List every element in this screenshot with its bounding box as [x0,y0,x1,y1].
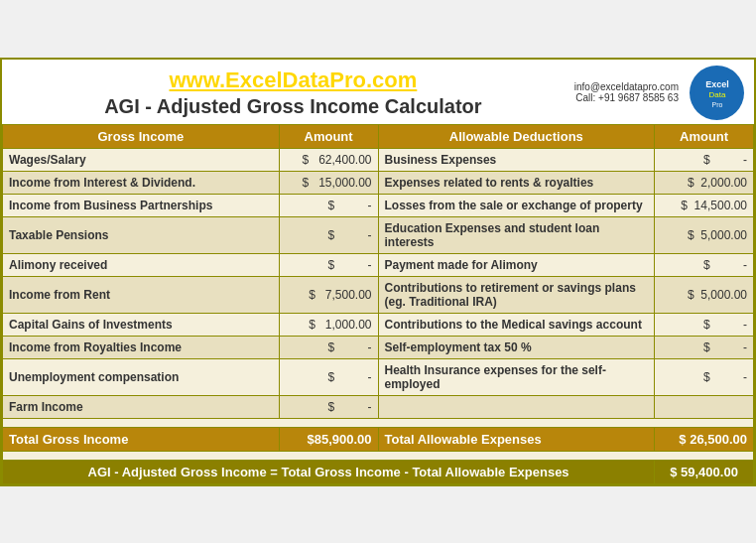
svg-text:Data: Data [708,90,725,99]
deduction-label [378,395,655,418]
col-header-deductions: Allowable Deductions [378,124,655,148]
table-row: Income from Interest & Dividend.$ 15,000… [3,171,754,194]
agi-label: AGI - Adjusted Gross Income = Total Gros… [3,460,655,483]
deduction-label: Expenses related to rents & royalties [378,171,655,194]
total-deductions-label: Total Allowable Expenses [378,427,655,451]
agi-amount: $ 59,400.00 [655,460,754,483]
deduction-label: Losses from the sale or exchange of prop… [378,194,655,216]
income-label: Income from Royalties Income [3,336,280,358]
spacer-row [3,418,754,427]
income-amount: $ - [279,358,378,395]
income-amount: $ - [279,253,378,276]
calculator-wrapper: www.ExcelDataPro.com AGI - Adjusted Gros… [0,58,756,486]
header-subtitle: AGI - Adjusted Gross Income Calculator [12,95,574,118]
table-row: Income from Rent$ 7,500.00Contributions … [3,276,754,313]
total-gross-label: Total Gross Income [3,427,280,451]
table-row: Farm Income$ - [3,395,754,418]
deduction-amount: $ 2,000.00 [655,171,754,194]
deduction-label: Health Insurance expenses for the self-e… [378,358,655,395]
logo-icon: Excel Data Pro [690,66,744,120]
deduction-amount: $ - [655,148,754,171]
svg-text:Excel: Excel [705,79,729,89]
deduction-amount: $ 5,000.00 [655,216,754,253]
total-gross-amount: $85,900.00 [279,427,378,451]
table-row: Unemployment compensation$ -Health Insur… [3,358,754,395]
col-header-gross: Gross Income [3,124,280,148]
table-row: Alimony received$ -Payment made for Alim… [3,253,754,276]
total-deductions-amount: $ 26,500.00 [655,427,754,451]
header-title-area: www.ExcelDataPro.com AGI - Adjusted Gros… [12,68,574,118]
col-header-amount: Amount [279,124,378,148]
deduction-label: Education Expenses and student loan inte… [378,216,655,253]
table-row: Capital Gains of Investments$ 1,000.00Co… [3,313,754,336]
deduction-label: Payment made for Alimony [378,253,655,276]
income-label: Unemployment compensation [3,358,280,395]
income-label: Farm Income [3,395,280,418]
deduction-amount: $ 5,000.00 [655,276,754,313]
deduction-amount: $ - [655,336,754,358]
income-label: Alimony received [3,253,280,276]
svg-text:Pro: Pro [711,101,722,108]
income-label: Income from Rent [3,276,280,313]
table-row: Wages/Salary$ 62,400.00Business Expenses… [3,148,754,171]
header-contact: info@exceldatapro.com Call: +91 9687 858… [574,81,679,103]
spacer-row-2 [3,451,754,460]
income-label: Income from Interest & Dividend. [3,171,280,194]
deduction-label: Contributions to the Medical savings acc… [378,313,655,336]
deduction-label: Self-employment tax 50 % [378,336,655,358]
table-row: Income from Royalties Income$ -Self-empl… [3,336,754,358]
income-label: Income from Business Partnerships [3,194,280,216]
main-table: Gross Income Amount Allowable Deductions… [2,124,754,484]
col-header-amount2: Amount [655,124,754,148]
income-amount: $ 1,000.00 [279,313,378,336]
table-row: Income from Business Partnerships$ -Loss… [3,194,754,216]
income-label: Wages/Salary [3,148,280,171]
income-label: Taxable Pensions [3,216,280,253]
agi-row: AGI - Adjusted Gross Income = Total Gros… [3,460,754,483]
deduction-label: Business Expenses [378,148,655,171]
income-label: Capital Gains of Investments [3,313,280,336]
income-amount: $ - [279,194,378,216]
income-amount: $ 7,500.00 [279,276,378,313]
deduction-amount: $ 14,500.00 [655,194,754,216]
deduction-label: Contributions to retirement or savings p… [378,276,655,313]
deduction-amount: $ - [655,358,754,395]
deduction-amount: $ - [655,313,754,336]
deduction-amount: $ - [655,253,754,276]
income-amount: $ 15,000.00 [279,171,378,194]
table-row: Taxable Pensions$ -Education Expenses an… [3,216,754,253]
header-url: www.ExcelDataPro.com [12,68,574,93]
total-row: Total Gross Income $85,900.00 Total Allo… [3,427,754,451]
income-amount: $ - [279,395,378,418]
deduction-amount [655,395,754,418]
header: www.ExcelDataPro.com AGI - Adjusted Gros… [2,60,754,124]
income-amount: $ 62,400.00 [279,148,378,171]
income-amount: $ - [279,336,378,358]
income-amount: $ - [279,216,378,253]
